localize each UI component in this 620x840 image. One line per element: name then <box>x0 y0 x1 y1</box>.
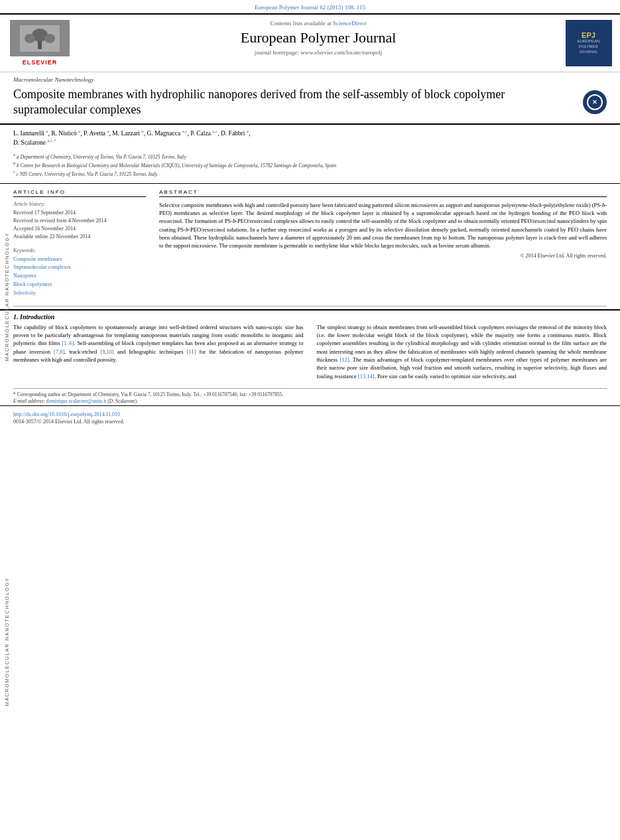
allow-word: allow <box>299 218 312 224</box>
affiliation-2: b b Centre for Research in Biological Ch… <box>13 161 607 169</box>
contents-text: Contents lists available at <box>271 20 333 27</box>
homepage-text: journal homepage: www.elsevier.com/locat… <box>255 49 382 56</box>
footnote-email: E-mail address: dominique.scalarone@unit… <box>13 398 607 405</box>
history-item-3: Available online 22 November 2014 <box>13 233 146 241</box>
article-info-col: ARTICLE INFO Article history: Received 1… <box>13 189 146 298</box>
journal-citation: European Polymer Journal 62 (2015) 108–1… <box>255 4 365 11</box>
sup-ac1: a,c <box>182 129 188 134</box>
affiliation-3-text: c NIS Centre, University of Torino, Via … <box>17 171 158 176</box>
issn-text: 0014-3057/© 2014 Elsevier Ltd. All right… <box>13 419 124 425</box>
keyword-3: Block copolymers <box>13 281 146 289</box>
affiliation-1: a a Department of Chemistry, University … <box>13 152 607 161</box>
abstract-heading: ABSTRACT <box>159 189 607 197</box>
intro-section: 1. Introduction <box>0 309 620 320</box>
elsevier-logo-svg <box>20 25 60 52</box>
affiliation-2-text: b Centre for Research in Biological Chem… <box>17 162 336 168</box>
and-word-2: and <box>508 373 516 380</box>
article-info-abstract-row: ARTICLE INFO Article history: Received 1… <box>0 184 620 303</box>
keyword-2: Nanopores <box>13 272 146 281</box>
svg-point-3 <box>25 34 35 43</box>
intro-left-text: The capability of block copolymers to sp… <box>13 323 304 364</box>
allow-word-2: allow <box>385 348 398 355</box>
ref-11[interactable]: [11] <box>187 348 196 355</box>
body-text-row: The capability of block copolymers to sp… <box>0 323 620 384</box>
ref-9-10[interactable]: [9,10] <box>100 348 114 355</box>
article-info-heading: ARTICLE INFO <box>13 189 146 197</box>
authors-line: L. Iannarelli a, R. Nisticò a, P. Avetta… <box>13 129 607 148</box>
sup-a4: a <box>247 129 249 134</box>
ref-13-14[interactable]: [13,14] <box>358 373 375 380</box>
footnote-section: * Corresponding author at: Department of… <box>13 388 607 405</box>
ref-1-6[interactable]: [1–6] <box>62 340 74 346</box>
keyword-1: Supramolecular complexes <box>13 263 146 272</box>
sup-ac2: a,c <box>212 129 217 134</box>
keyword-4: Selectivity <box>13 289 146 298</box>
journal-logo-box: EPJ EUROPEAN POLYMER JOURNAL <box>564 20 613 66</box>
affiliations-area: a a Department of Chemistry, University … <box>0 151 620 184</box>
journal-homepage: journal homepage: www.elsevier.com/locat… <box>86 49 550 56</box>
body-right-col: The simplest strategy to obtain membrane… <box>317 323 607 384</box>
sup-a1: a <box>46 129 48 134</box>
crossmark-badge[interactable]: ✕ <box>583 90 607 114</box>
page-wrapper: MACROMOLECULAR NANOTECHNOLOGY MACROMOLEC… <box>0 0 620 840</box>
doi-area: http://dx.doi.org/10.1016/j.eurpolymj.20… <box>0 405 620 427</box>
elsevier-text: ELSEVIER <box>23 59 58 66</box>
category-bar: Macromolecular Nanotechnology <box>0 72 620 84</box>
ref-12[interactable]: [12] <box>340 356 349 363</box>
footnote-corresponding: * Corresponding author at: Department of… <box>13 391 607 399</box>
article-history-label: Article history: <box>13 201 146 207</box>
contents-line: Contents lists available at ScienceDirec… <box>86 20 550 27</box>
abstract-text: Selective composite membranes with high … <box>159 201 607 250</box>
section-divider <box>13 306 607 307</box>
sidebar-label-1: MACROMOLECULAR NANOTECHNOLOGY <box>4 232 10 361</box>
header-area: ELSEVIER Contents lists available at Sci… <box>0 13 620 72</box>
aff-sup-a: a <box>13 153 15 157</box>
crossmark-inner: ✕ <box>587 94 603 110</box>
epj-abbrev: EPJ <box>582 31 595 39</box>
journal-logo-line4: JOURNAL <box>579 50 597 55</box>
history-item-0: Received 17 September 2014 <box>13 209 146 217</box>
sidebar-label-2: MACROMOLECULAR NANOTECHNOLOGY <box>4 577 10 706</box>
intro-heading: 1. Introduction <box>13 313 607 320</box>
aff-sup-c: c <box>13 170 15 174</box>
logo-area: ELSEVIER <box>7 20 73 66</box>
header-center: Contents lists available at ScienceDirec… <box>80 20 557 66</box>
email-label: E-mail address: <box>13 398 46 404</box>
journal-logo-img: EPJ EUROPEAN POLYMER JOURNAL <box>566 20 612 66</box>
copyright-line: © 2014 Elsevier Ltd. All rights reserved… <box>159 253 607 259</box>
doi-link[interactable]: http://dx.doi.org/10.1016/j.eurpolymj.20… <box>13 411 120 417</box>
body-left-col: The capability of block copolymers to sp… <box>13 323 304 384</box>
sup-ac3: a,c,* <box>47 138 56 143</box>
sup-a2: a <box>78 129 80 134</box>
journal-title: European Polymer Journal <box>86 29 550 46</box>
journal-logo-line2: EUROPEAN <box>578 39 600 44</box>
intro-right-text: The simplest strategy to obtain membrane… <box>317 323 607 380</box>
top-bar: European Polymer Journal 62 (2015) 108–1… <box>0 0 620 13</box>
aff-sup-b: b <box>13 161 15 165</box>
article-title: Composite membranes with hydrophilic nan… <box>13 87 576 118</box>
affiliation-1-text: a Department of Chemistry, University of… <box>17 153 186 159</box>
affiliation-3: c c NIS Centre, University of Torino, Vi… <box>13 169 607 178</box>
elsevier-logo-box <box>10 20 70 56</box>
sup-b1: b <box>141 129 144 134</box>
and-word: and <box>461 340 469 346</box>
email-person: (D. Scalarone). <box>107 398 138 404</box>
email-link[interactable]: dominique.scalarone@unito.it <box>46 398 107 404</box>
svg-rect-2 <box>38 41 42 49</box>
category-label: Macromolecular Nanotechnology <box>13 76 93 83</box>
keywords-label: Keywords: <box>13 247 146 253</box>
history-item-2: Accepted 16 November 2014 <box>13 225 146 233</box>
authors-area: L. Iannarelli a, R. Nisticò a, P. Avetta… <box>0 125 620 151</box>
keyword-0: Composite membranes <box>13 255 146 264</box>
sciencedirect-link[interactable]: ScienceDirect <box>333 20 366 27</box>
sup-a3: a <box>107 129 109 134</box>
history-item-1: Received in revised form 4 November 2014 <box>13 217 146 225</box>
abstract-col: ABSTRACT Selective composite membranes w… <box>159 189 607 298</box>
keywords-section: Keywords: Composite membranes Supramolec… <box>13 247 146 298</box>
article-title-area: Composite membranes with hydrophilic nan… <box>0 84 620 125</box>
svg-point-4 <box>44 34 55 43</box>
ref-7-8[interactable]: [7,8] <box>54 348 64 355</box>
journal-logo-line3: POLYMER <box>579 44 598 50</box>
